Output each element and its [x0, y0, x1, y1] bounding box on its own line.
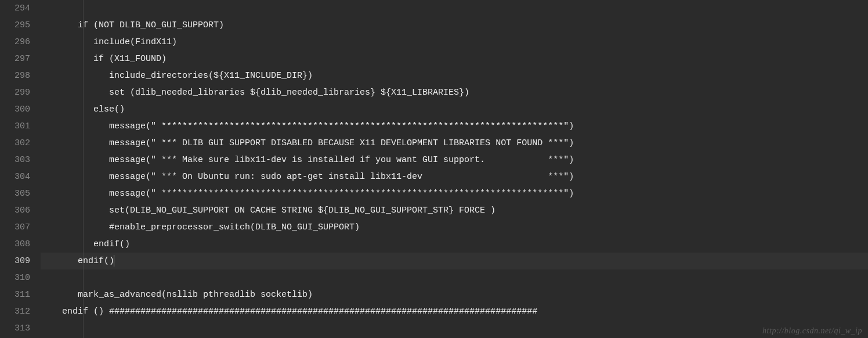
code-line[interactable] — [46, 320, 868, 337]
line-number: 308 — [10, 236, 30, 253]
code-line[interactable]: message(" ******************************… — [46, 118, 868, 135]
code-line[interactable]: #enable_preprocessor_switch(DLIB_NO_GUI_… — [46, 219, 868, 236]
text-cursor — [114, 255, 114, 267]
line-number: 310 — [10, 269, 30, 286]
line-number: 299 — [10, 84, 30, 101]
code-line[interactable]: message(" *** DLIB GUI SUPPORT DISABLED … — [46, 135, 868, 152]
code-line[interactable]: set (dlib_needed_libraries ${dlib_needed… — [46, 84, 868, 101]
code-line[interactable]: endif() — [46, 236, 868, 253]
line-number: 302 — [10, 135, 30, 152]
line-number: 307 — [10, 219, 30, 236]
code-line[interactable]: endif () ###############################… — [46, 303, 868, 320]
line-number: 298 — [10, 67, 30, 84]
line-number: 297 — [10, 51, 30, 67]
line-number: 303 — [10, 152, 30, 168]
line-number: 296 — [10, 34, 30, 51]
line-number: 309 — [10, 253, 30, 269]
code-line[interactable] — [46, 269, 868, 286]
code-line[interactable]: set(DLIB_NO_GUI_SUPPORT ON CACHE STRING … — [46, 202, 868, 219]
line-number: 305 — [10, 185, 30, 202]
code-line[interactable]: endif() — [46, 253, 868, 269]
code-editor[interactable]: 2942952962972982993003013023033043053063… — [0, 0, 868, 338]
code-line[interactable]: message(" ******************************… — [46, 185, 868, 202]
code-line[interactable]: message(" *** Make sure libx11-dev is in… — [46, 152, 868, 168]
line-number: 311 — [10, 286, 30, 303]
line-number: 313 — [10, 320, 30, 337]
line-number: 304 — [10, 168, 30, 185]
line-number: 295 — [10, 17, 30, 34]
code-line[interactable] — [46, 0, 868, 17]
line-number: 301 — [10, 118, 30, 135]
code-line[interactable]: if (NOT DLIB_NO_GUI_SUPPORT) — [46, 17, 868, 34]
code-line[interactable]: include_directories(${X11_INCLUDE_DIR}) — [46, 67, 868, 84]
code-line[interactable]: mark_as_advanced(nsllib pthreadlib socke… — [46, 286, 868, 303]
line-number: 300 — [10, 101, 30, 118]
watermark-text: http://blog.csdn.net/qi_w_ip — [762, 326, 862, 336]
code-content-area[interactable]: if (NOT DLIB_NO_GUI_SUPPORT) include(Fin… — [41, 0, 868, 338]
code-line[interactable]: if (X11_FOUND) — [46, 51, 868, 67]
line-number: 294 — [10, 0, 30, 17]
line-number-gutter: 2942952962972982993003013023033043053063… — [0, 0, 41, 338]
line-number: 312 — [10, 303, 30, 320]
line-number: 306 — [10, 202, 30, 219]
code-line[interactable]: else() — [46, 101, 868, 118]
code-line[interactable]: include(FindX11) — [46, 34, 868, 51]
code-line[interactable]: message(" *** On Ubuntu run: sudo apt-ge… — [46, 168, 868, 185]
